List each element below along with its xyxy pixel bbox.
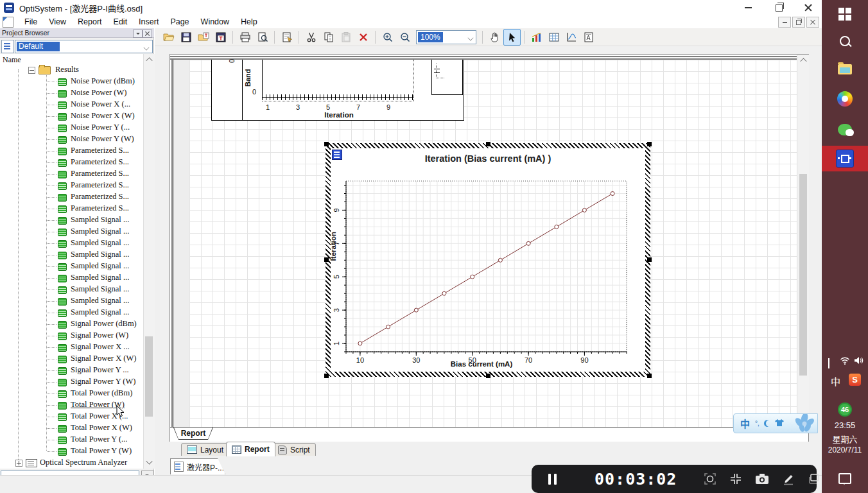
tree-item[interactable]: Noise Power (W) [0, 87, 143, 99]
tree-item[interactable]: Total Power (dBm) [0, 388, 143, 399]
hidden-icons-chevron[interactable] [828, 358, 829, 367]
restore-button[interactable] [768, 0, 790, 15]
taskbar-search-button[interactable] [822, 28, 868, 54]
resize-handle[interactable] [324, 374, 329, 378]
open-template-button[interactable] [195, 29, 212, 46]
save-template-button[interactable] [212, 29, 229, 46]
clock-time[interactable]: 23:55 [822, 420, 868, 430]
tree-item[interactable]: Sampled Signal ... [0, 261, 143, 272]
expand-icon[interactable] [15, 460, 22, 467]
tree-item[interactable]: Noise Power X (W) [0, 110, 143, 122]
skin-shirt-icon[interactable] [775, 419, 784, 428]
ime-punctuation-toggle[interactable]: °, [755, 420, 759, 427]
report-scrollbar[interactable] [797, 55, 809, 427]
tab-layout[interactable]: Layout [181, 443, 229, 456]
tree-item[interactable]: Sampled Signal ... [0, 272, 143, 284]
select-tool-button[interactable] [503, 29, 521, 46]
battery-badge[interactable]: 46 [838, 402, 852, 417]
print-preview-button[interactable] [254, 29, 271, 46]
panel-close-button[interactable] [143, 30, 152, 38]
layout-combo[interactable]: Default [15, 40, 153, 53]
menu-window[interactable]: Window [195, 16, 235, 28]
tree-scrollbar-thumb[interactable] [145, 336, 153, 417]
print-button[interactable] [236, 29, 254, 46]
tree-item[interactable]: Noise Power Y (W) [0, 134, 143, 145]
save-button[interactable] [177, 29, 195, 46]
collapse-icon[interactable] [28, 67, 35, 74]
tree-item[interactable]: Sampled Signal ... [0, 226, 143, 238]
screenshot-button[interactable] [754, 472, 770, 486]
tree-item-osa[interactable]: Optical Spectrum Analyzer [0, 457, 143, 469]
tree-item[interactable]: Parameterized S... [0, 180, 143, 191]
report-scrollbar-thumb[interactable] [799, 174, 807, 376]
paste-button[interactable] [337, 29, 354, 46]
insert-graph-button[interactable] [528, 29, 545, 46]
tree-scrollbar[interactable] [143, 54, 155, 469]
tree-item[interactable]: Signal Power Y (W) [0, 376, 143, 388]
tree-item[interactable]: Parameterized S... [0, 145, 143, 157]
edge-browser-button[interactable] [822, 86, 868, 112]
open-button[interactable] [160, 29, 177, 46]
annotate-button[interactable] [781, 472, 795, 486]
insert-text-button[interactable] [580, 29, 597, 46]
file-explorer-button[interactable] [822, 56, 868, 82]
report-sheet-tab[interactable]: Report [173, 428, 213, 440]
tree-item[interactable]: Noise Power Y (... [0, 122, 143, 134]
network-button[interactable] [840, 356, 850, 367]
menu-file[interactable]: File [19, 16, 43, 28]
tree-item[interactable]: Parameterized S... [0, 168, 143, 180]
start-button[interactable] [822, 1, 868, 27]
menu-view[interactable]: View [43, 16, 72, 28]
tree-item[interactable]: Total Power X (W) [0, 422, 143, 434]
tree-item[interactable]: Sampled Signal ... [0, 284, 143, 295]
delete-button[interactable] [354, 29, 372, 46]
tab-script[interactable]: Script [272, 443, 316, 456]
resize-handle[interactable] [647, 257, 652, 262]
tree-item[interactable]: Sampled Signal ... [0, 249, 143, 261]
tree-item[interactable]: Sampled Signal ... [0, 295, 143, 307]
close-button[interactable] [797, 0, 819, 15]
child-close-button[interactable] [806, 17, 819, 28]
window-mode-button[interactable] [807, 472, 821, 486]
tree-item[interactable]: Total Power Y (... [0, 434, 143, 445]
ime-mode-indicator[interactable]: 中 [740, 417, 750, 430]
scroll-down-icon[interactable] [146, 458, 152, 464]
menu-edit[interactable]: Edit [108, 16, 134, 28]
ime-language-indicator[interactable]: 中 [831, 374, 840, 388]
minimize-button[interactable] [737, 0, 759, 15]
tree-item[interactable]: Sampled Signal ... [0, 214, 143, 226]
menu-help[interactable]: Help [235, 16, 263, 28]
tree-item[interactable]: Signal Power X ... [0, 342, 143, 353]
pan-button[interactable] [486, 29, 503, 46]
panel-menu-button[interactable] [133, 30, 143, 38]
menu-insert[interactable]: Insert [133, 16, 164, 28]
iteration-chart[interactable]: Iteration (Bias current (mA) ) Iteration… [331, 148, 645, 372]
resize-handle[interactable] [324, 142, 329, 146]
resize-handle[interactable] [647, 142, 652, 146]
tree-root-row[interactable]: Results [0, 64, 143, 76]
sogou-button[interactable]: S [849, 374, 861, 386]
tree-item[interactable]: Total Power Y (W) [0, 445, 143, 457]
browser-list-button[interactable] [1, 40, 14, 53]
scroll-up-icon[interactable] [146, 57, 152, 64]
volume-button[interactable] [854, 356, 864, 367]
zoom-out-button[interactable] [396, 29, 413, 46]
selected-chart-frame[interactable]: Iteration (Bias current (mA) ) Iteration… [326, 143, 650, 377]
action-center-button[interactable] [822, 465, 868, 491]
child-minimize-button[interactable] [778, 17, 791, 28]
region-select-button[interactable] [703, 472, 717, 486]
optisystem-taskbar-button[interactable] [822, 146, 868, 171]
page-setup-button[interactable] [278, 29, 295, 46]
tree-item[interactable]: Parameterized S... [0, 191, 143, 203]
insert-plot-button[interactable] [562, 29, 580, 46]
copy-button[interactable] [320, 29, 337, 46]
pause-button[interactable] [548, 474, 557, 485]
insert-table-button[interactable] [545, 29, 562, 46]
report-canvas[interactable]: 0 Band 0 13579 Iteration [170, 55, 797, 427]
document-tab[interactable]: 激光器P-... [170, 458, 225, 474]
tree-item[interactable]: Noise Power X (... [0, 99, 143, 110]
resize-handle[interactable] [486, 374, 490, 378]
partial-chart-left[interactable]: 0 [211, 60, 243, 121]
tree-item[interactable]: Sampled Signal ... [0, 238, 143, 249]
tab-report[interactable]: Report [226, 442, 275, 456]
